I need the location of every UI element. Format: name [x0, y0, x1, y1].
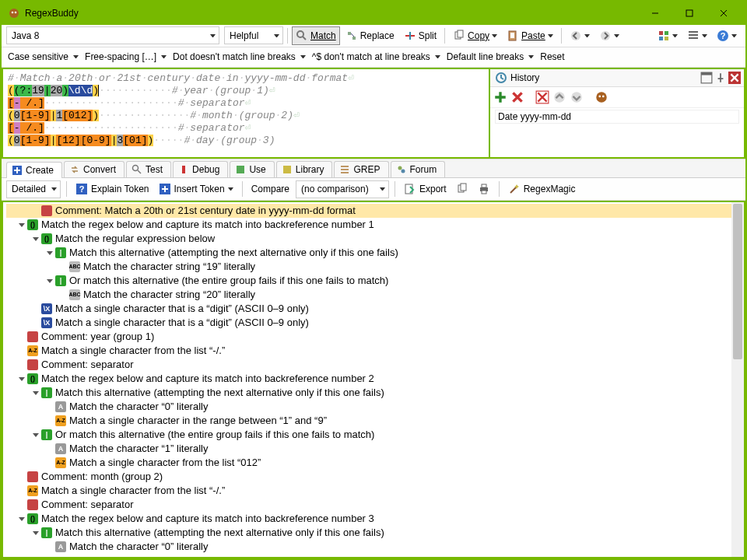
back-button[interactable] — [566, 26, 594, 45]
reset-button[interactable]: Reset — [538, 48, 567, 65]
tree-row[interactable]: |Or match this alternative (the entire g… — [6, 274, 731, 288]
history-title: History — [510, 72, 699, 83]
options-toolbar: Case sensitive Free-spacing […] Dot does… — [2, 47, 745, 68]
freespacing-dropdown[interactable]: Free-spacing […] — [83, 48, 170, 65]
tree-toggle-icon[interactable] — [31, 389, 40, 397]
tree-row[interactable]: AMatch the character “1” literally — [6, 442, 731, 456]
regex-editor[interactable]: #·Match·a·20th·or·21st·century·date·in·y… — [2, 68, 489, 158]
scrollbar-thumb[interactable] — [733, 204, 742, 359]
tree-row[interactable]: Comment: separator — [6, 358, 731, 372]
tree-toggle-icon[interactable] — [45, 277, 54, 285]
tree-toggle-icon[interactable] — [17, 375, 26, 383]
node-type-icon — [27, 499, 38, 510]
tree-toggle-icon[interactable] — [31, 431, 40, 439]
tree-row[interactable]: AMatch the character “0” literally — [6, 400, 731, 414]
delete-icon[interactable] — [510, 90, 524, 104]
tree-row[interactable]: ABCMatch the character string “19” liter… — [6, 260, 731, 274]
tree-row[interactable]: ()Match the regex below and capture its … — [6, 218, 731, 232]
tree-row[interactable]: Comment: month (group 2) — [6, 470, 731, 484]
layout-button-2[interactable] — [683, 26, 711, 45]
explanation-tree[interactable]: Comment: Match a 20th or 21st century da… — [3, 202, 731, 557]
tree-toggle-icon[interactable] — [17, 221, 26, 229]
tree-toggle-icon[interactable] — [17, 515, 26, 523]
tree-row[interactable]: \XMatch a single character that is a “di… — [6, 302, 731, 316]
tree-toggle-icon[interactable] — [31, 529, 40, 537]
detail-dropdown[interactable]: Detailed — [6, 180, 61, 198]
add-icon[interactable] — [493, 90, 507, 104]
svg-point-1 — [12, 12, 14, 14]
history-item[interactable]: Date yyyy-mm-dd — [495, 110, 739, 124]
minimize-button[interactable] — [638, 2, 672, 25]
close-panel-icon[interactable] — [728, 72, 741, 84]
svg-rect-34 — [237, 166, 244, 173]
case-dropdown[interactable]: Case sensitive — [6, 48, 82, 65]
tree-row[interactable]: A-ZMatch a single character from the lis… — [6, 456, 731, 470]
layout-button-1[interactable] — [654, 26, 682, 45]
tree-row[interactable]: ()Match the regular expression below — [6, 232, 731, 246]
linebreaks-dropdown[interactable]: Default line breaks — [445, 48, 537, 65]
compare-button[interactable]: Compare — [248, 180, 293, 198]
tree-row-label: Comment: Match a 20th or 21st century da… — [55, 204, 356, 218]
pin-icon[interactable] — [714, 72, 727, 84]
explain-token-button[interactable]: ?Explain Token — [72, 180, 153, 198]
replace-button[interactable]: Replace — [342, 26, 398, 45]
tree-row[interactable]: ()Match the regex below and capture its … — [6, 372, 731, 386]
dock-icon[interactable] — [700, 72, 713, 84]
tab-debug[interactable]: Debug — [173, 161, 228, 177]
flavor-dropdown[interactable]: Java 8 — [6, 26, 219, 44]
tab-convert[interactable]: Convert — [64, 161, 124, 177]
copy-tree-button[interactable] — [453, 180, 472, 198]
help-button[interactable]: ? — [713, 26, 741, 45]
down-icon[interactable] — [570, 90, 584, 104]
tab-grep[interactable]: GREP — [334, 161, 388, 177]
node-type-icon: | — [41, 527, 52, 538]
paste-button[interactable]: Paste — [503, 26, 557, 45]
tree-row[interactable]: |Match this alternative (attempting the … — [6, 526, 731, 540]
tab-grep-label: GREP — [353, 164, 380, 175]
history-list[interactable]: Date yyyy-mm-dd — [490, 108, 744, 156]
tree-row[interactable]: |Or match this alternative (the entire g… — [6, 428, 731, 442]
export-button[interactable]: Export — [401, 180, 450, 198]
mode-dropdown[interactable]: Helpful — [224, 26, 283, 44]
tree-row[interactable]: \XMatch a single character that is a “di… — [6, 316, 731, 330]
maximize-button[interactable] — [672, 2, 707, 25]
tree-row[interactable]: AMatch the character “0” literally — [6, 540, 731, 554]
tree-row[interactable]: A-ZMatch a single character in the range… — [6, 414, 731, 428]
close-button[interactable] — [707, 2, 741, 25]
tab-forum[interactable]: Forum — [391, 161, 446, 177]
compare-dropdown[interactable]: (no comparison) — [296, 180, 389, 198]
tab-test[interactable]: Test — [126, 161, 171, 177]
tree-row[interactable]: |Match this alternative (attempting the … — [6, 386, 731, 400]
chevron-down-icon — [73, 55, 79, 58]
mascot-icon[interactable] — [594, 90, 608, 104]
tree-toggle-icon[interactable] — [31, 235, 40, 243]
match-button[interactable]: Match — [292, 26, 340, 45]
tree-row[interactable]: A-ZMatch a single character from the lis… — [6, 344, 731, 358]
clear-icon[interactable] — [535, 90, 549, 104]
dot-dropdown[interactable]: Dot doesn't match line breaks — [171, 48, 309, 65]
regexmagic-button[interactable]: RegexMagic — [505, 180, 579, 198]
svg-rect-15 — [659, 31, 663, 35]
tree-row[interactable]: Comment: separator — [6, 498, 731, 512]
anchors-dropdown[interactable]: ^$ don't match at line breaks — [310, 48, 444, 65]
tree-row[interactable]: |Match this alternative (attempting the … — [6, 246, 731, 260]
tree-toggle-icon[interactable] — [45, 249, 54, 257]
tree-row[interactable]: Comment: year (group 1) — [6, 330, 731, 344]
scrollbar[interactable] — [731, 202, 744, 557]
tab-library[interactable]: Library — [276, 161, 333, 177]
replace-label: Replace — [360, 30, 395, 41]
tree-row[interactable]: Comment: Match a 20th or 21st century da… — [6, 204, 731, 218]
print-button[interactable] — [475, 180, 493, 198]
insert-token-button[interactable]: Insert Token — [156, 180, 237, 198]
tree-row[interactable]: ABCMatch the character string “20” liter… — [6, 288, 731, 302]
up-icon[interactable] — [552, 90, 566, 104]
tree-row-label: Match the regex below and capture its ma… — [41, 372, 374, 386]
tab-use[interactable]: Use — [230, 161, 274, 177]
tree-row[interactable]: ()Match the regex below and capture its … — [6, 512, 731, 526]
copy-button[interactable]: Copy — [449, 26, 501, 45]
tree-row-label: Comment: separator — [41, 498, 134, 512]
forward-button[interactable] — [595, 26, 623, 45]
tree-row[interactable]: A-ZMatch a single character from the lis… — [6, 484, 731, 498]
tab-create[interactable]: Create — [6, 162, 62, 178]
split-button[interactable]: Split — [400, 26, 440, 45]
